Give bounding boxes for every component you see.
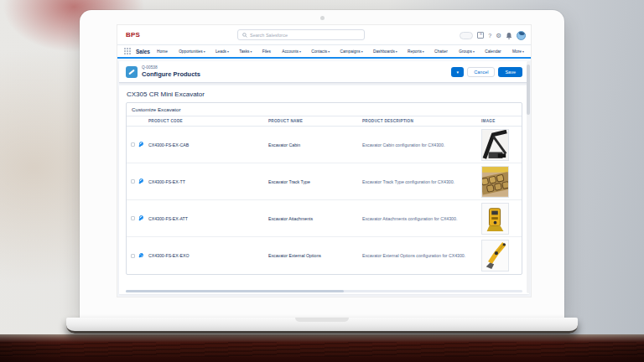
product-name: Excavator External Options: [268, 253, 362, 258]
global-header: BPS Search Salesforce ? ⚙: [117, 25, 531, 45]
row-checkbox[interactable]: [131, 216, 135, 220]
salesforce-app-window: BPS Search Salesforce ? ⚙: [117, 25, 531, 297]
tab-tasks[interactable]: Tasks▾: [239, 49, 252, 54]
product-description: Excavator External Options configuration…: [362, 253, 481, 258]
configure-wrench-icon[interactable]: [138, 178, 143, 184]
products-table: PRODUCT CODE PRODUCT NAME PRODUCT DESCRI…: [127, 116, 522, 274]
tab-dashboards[interactable]: Dashboards▾: [373, 49, 397, 54]
configure-wrench-icon[interactable]: [138, 142, 143, 147]
row-checkbox[interactable]: [131, 142, 135, 147]
tab-more[interactable]: More▾: [512, 49, 524, 54]
tab-reports[interactable]: Reports▾: [408, 49, 424, 54]
table-header-row: PRODUCT CODE PRODUCT NAME PRODUCT DESCRI…: [127, 116, 522, 127]
product-name: Excavator Track Type: [268, 179, 362, 184]
app-launcher-icon[interactable]: [124, 48, 131, 54]
add-box-icon[interactable]: [477, 32, 484, 39]
row-checkbox[interactable]: [131, 254, 135, 258]
col-product-description: PRODUCT DESCRIPTION: [362, 119, 481, 123]
nav-tabs: Home Opportunities▾ Leads▾ Tasks▾ Files …: [157, 49, 524, 54]
col-product-name: PRODUCT NAME: [268, 119, 362, 123]
global-search-input[interactable]: Search Salesforce: [237, 29, 365, 40]
product-code: CX4300-FS-EX-TT: [148, 179, 268, 184]
col-image: IMAGE: [481, 119, 522, 123]
excavator-cabin-image: [481, 129, 509, 161]
excavator-track-image: [481, 166, 509, 198]
search-placeholder: Search Salesforce: [250, 33, 288, 38]
tab-groups[interactable]: Groups▾: [459, 49, 475, 54]
product-name: Excavator Cabin: [268, 142, 362, 147]
page-body: Q-00538 Configure Products ▾ Cancel Save…: [117, 60, 531, 297]
tab-campaigns[interactable]: Campaigns▾: [340, 49, 362, 54]
table-row: CX4300-FS-EX-ATT Excavator Attachments E…: [127, 200, 522, 237]
actions-dropdown-button[interactable]: ▾: [451, 67, 464, 77]
tab-calendar[interactable]: Calendar: [485, 49, 501, 54]
row-checkbox[interactable]: [131, 179, 135, 184]
configure-wrench-icon[interactable]: [138, 253, 143, 259]
user-avatar[interactable]: [517, 31, 526, 40]
vertical-scrollbar[interactable]: [527, 61, 530, 293]
customize-excavator-section: Customize Excavator PRODUCT CODE PRODUCT…: [126, 102, 522, 275]
record-card: CX305 CR Mini Excavator Customize Excava…: [119, 85, 529, 294]
favorites-icon[interactable]: [460, 32, 473, 39]
cancel-button[interactable]: Cancel: [467, 67, 495, 77]
app-name[interactable]: Sales: [136, 49, 150, 54]
product-description: Excavator Track Type configuration for C…: [362, 179, 481, 184]
tab-accounts[interactable]: Accounts▾: [282, 49, 301, 54]
configure-products-header: Q-00538 Configure Products ▾ Cancel Save: [119, 61, 529, 83]
col-product-code: PRODUCT CODE: [148, 119, 268, 123]
product-code: CX4300-FS-EX-ATT: [148, 216, 268, 221]
table-row: CX4300-FS-EX-CAB Excavator Cabin Excavat…: [127, 127, 522, 163]
help-icon[interactable]: ?: [488, 33, 491, 39]
configure-wrench-icon[interactable]: [138, 215, 143, 221]
product-code: CX4300-FS-EX-EXO: [148, 253, 268, 258]
product-description: Excavator Cabin configuration for CX4300…: [362, 142, 481, 147]
save-button[interactable]: Save: [498, 67, 522, 77]
product-name: Excavator Attachments: [268, 216, 362, 221]
page-title: Configure Products: [142, 70, 200, 78]
product-code: CX4300-FS-EX-CAB: [148, 142, 268, 147]
tab-chatter[interactable]: Chatter: [434, 49, 449, 54]
tab-leads[interactable]: Leads▾: [216, 49, 229, 54]
wooden-desk: [0, 334, 644, 362]
record-title: CX305 CR Mini Excavator: [119, 85, 529, 102]
notifications-bell-icon[interactable]: [506, 32, 512, 39]
product-description: Excavator Attachments configuration for …: [362, 216, 481, 221]
tab-contacts[interactable]: Contacts▾: [311, 49, 330, 54]
laptop-base-notch: [295, 318, 349, 322]
app-nav-bar: Sales Home Opportunities▾ Leads▾ Tasks▾ …: [117, 45, 531, 59]
laptop-base: [66, 318, 578, 334]
table-row: CX4300-FS-EX-TT Excavator Track Type Exc…: [127, 163, 522, 200]
section-title: Customize Excavator: [127, 103, 522, 116]
company-logo: BPS: [126, 31, 140, 39]
setup-gear-icon[interactable]: ⚙: [496, 32, 501, 39]
excavator-attachments-image: [481, 203, 509, 235]
excavator-arm-image: [481, 240, 509, 272]
horizontal-scrollbar[interactable]: [126, 290, 522, 292]
tab-files[interactable]: Files: [262, 49, 272, 54]
webcam-icon: [320, 16, 325, 20]
tab-home[interactable]: Home: [157, 49, 169, 54]
laptop-screen-bezel: BPS Search Salesforce ? ⚙: [80, 10, 564, 318]
configure-products-icon: [126, 66, 138, 78]
tab-opportunities[interactable]: Opportunities▾: [179, 49, 205, 54]
table-row: CX4300-FS-EX-EXO Excavator External Opti…: [127, 237, 522, 274]
search-icon: [242, 33, 247, 38]
